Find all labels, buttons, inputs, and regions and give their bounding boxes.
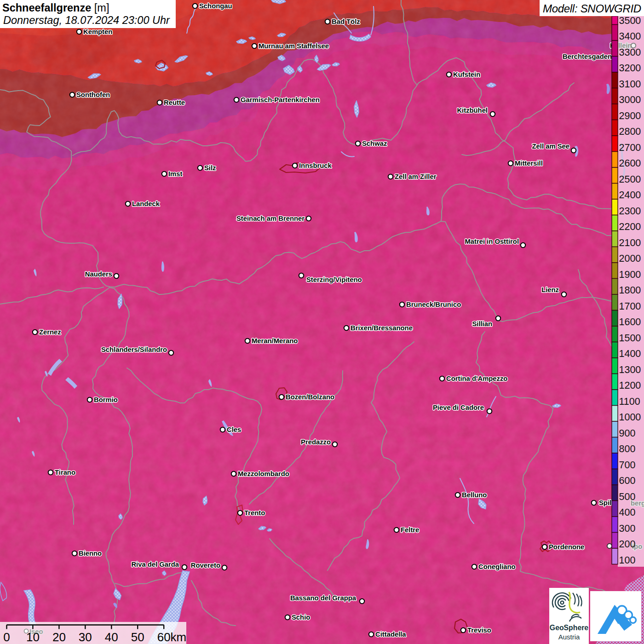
svg-text:1500: 1500	[619, 333, 641, 344]
svg-text:Matrei in Osttirol: Matrei in Osttirol	[465, 238, 519, 245]
svg-text:Reutte: Reutte	[164, 99, 185, 106]
svg-text:Modell: SNOWGRID: Modell: SNOWGRID	[543, 2, 641, 15]
svg-text:Donnerstag, 18.07.2024 23:00 U: Donnerstag, 18.07.2024 23:00 Uhr	[3, 14, 170, 26]
svg-text:Schongau: Schongau	[199, 2, 232, 10]
svg-text:2900: 2900	[619, 110, 641, 121]
svg-text:2600: 2600	[619, 158, 641, 169]
svg-text:300: 300	[619, 523, 636, 534]
svg-text:Bozen/Bolzano: Bozen/Bolzano	[286, 393, 334, 401]
svg-text:100: 100	[619, 555, 636, 566]
svg-text:Austria: Austria	[558, 633, 580, 641]
svg-text:3100: 3100	[619, 79, 641, 90]
svg-text:Zell am See: Zell am See	[532, 143, 569, 150]
svg-text:Bormio: Bormio	[94, 396, 118, 403]
svg-text:1600: 1600	[619, 316, 641, 328]
svg-text:50: 50	[131, 630, 144, 644]
svg-text:40: 40	[105, 630, 118, 644]
svg-text:3000: 3000	[619, 94, 641, 105]
svg-text:200: 200	[619, 539, 636, 550]
svg-text:Cittadella: Cittadella	[375, 631, 406, 638]
svg-text:1000: 1000	[619, 412, 641, 423]
svg-text:10: 10	[26, 630, 40, 644]
svg-text:Sterzing/Vipiteno: Sterzing/Vipiteno	[306, 276, 362, 283]
svg-text:3500: 3500	[619, 15, 641, 26]
svg-text:Mittersill: Mittersill	[515, 160, 543, 167]
svg-text:1200: 1200	[619, 380, 641, 391]
svg-text:1100: 1100	[619, 396, 640, 407]
svg-text:Innsbruck: Innsbruck	[299, 162, 332, 169]
svg-text:Feltre: Feltre	[401, 526, 419, 534]
svg-text:Berchtesgaden: Berchtesgaden	[563, 53, 612, 60]
svg-text:Sonthofen: Sonthofen	[76, 91, 110, 98]
svg-text:Kitzbühel: Kitzbühel	[457, 107, 488, 114]
svg-text:Trento: Trento	[244, 509, 265, 517]
svg-text:Kufstein: Kufstein	[453, 71, 480, 78]
svg-text:Steinach am Brenner: Steinach am Brenner	[236, 215, 305, 222]
svg-text:Schwaz: Schwaz	[362, 140, 387, 147]
svg-text:3400: 3400	[619, 31, 641, 42]
svg-text:700: 700	[619, 460, 636, 471]
svg-text:2300: 2300	[619, 206, 641, 217]
svg-text:3300: 3300	[619, 47, 641, 58]
svg-text:1300: 1300	[619, 364, 641, 375]
svg-text:Sillian: Sillian	[472, 320, 492, 328]
svg-text:2500: 2500	[619, 174, 641, 185]
svg-text:Murnau am Staffelsee: Murnau am Staffelsee	[259, 42, 329, 50]
svg-text:500: 500	[619, 491, 636, 502]
svg-text:Meran/Merano: Meran/Merano	[252, 337, 298, 345]
svg-text:900: 900	[619, 428, 636, 439]
svg-text:Kempten: Kempten	[83, 28, 112, 35]
svg-text:Conegliano: Conegliano	[478, 563, 516, 570]
svg-text:2100: 2100	[619, 237, 641, 248]
svg-text:Cles: Cles	[227, 426, 241, 433]
svg-text:Imst: Imst	[168, 170, 182, 178]
svg-text:Bruneck/Brunico: Bruneck/Brunico	[406, 301, 461, 308]
svg-text:3200: 3200	[619, 63, 641, 74]
svg-text:400: 400	[619, 507, 636, 518]
svg-text:Schio: Schio	[292, 614, 310, 621]
svg-text:1400: 1400	[619, 348, 641, 359]
svg-text:Treviso: Treviso	[467, 627, 491, 634]
svg-text:1900: 1900	[619, 269, 641, 280]
svg-text:Tirano: Tirano	[55, 469, 75, 476]
svg-text:Bienno: Bienno	[79, 550, 102, 557]
svg-text:60km: 60km	[157, 630, 187, 644]
svg-text:Belluno: Belluno	[462, 491, 487, 499]
svg-text:Mezzolombardo: Mezzolombardo	[238, 470, 289, 477]
svg-text:2700: 2700	[619, 142, 641, 153]
svg-text:Zell am Ziller: Zell am Ziller	[395, 173, 437, 180]
svg-text:20: 20	[52, 630, 66, 644]
svg-text:30: 30	[79, 630, 92, 644]
svg-text:800: 800	[619, 443, 636, 454]
svg-text:2000: 2000	[619, 253, 641, 264]
svg-text:Rovereto: Rovereto	[191, 562, 220, 569]
svg-text:Garmisch-Partenkirchen: Garmisch-Partenkirchen	[241, 96, 320, 104]
svg-text:Bassano del Grappa: Bassano del Grappa	[290, 594, 356, 602]
svg-text:600: 600	[619, 475, 636, 486]
svg-text:Landeck: Landeck	[132, 200, 160, 207]
svg-text:Bad Tölz: Bad Tölz	[332, 18, 360, 25]
svg-text:GeoSphere: GeoSphere	[550, 624, 588, 632]
svg-text:Pordenone: Pordenone	[549, 543, 584, 551]
svg-text:2200: 2200	[619, 221, 641, 232]
svg-text:0: 0	[3, 630, 10, 644]
svg-text:Predazzo: Predazzo	[301, 438, 331, 446]
svg-text:2400: 2400	[619, 190, 641, 201]
svg-text:Pieve di Cadore: Pieve di Cadore	[433, 404, 484, 411]
svg-text:Brixen/Bressanone: Brixen/Bressanone	[351, 324, 413, 332]
svg-text:Schlanders/Silandro: Schlanders/Silandro	[101, 346, 167, 353]
svg-text:Silz: Silz	[204, 164, 216, 172]
svg-text:Nauders: Nauders	[85, 270, 112, 278]
svg-text:Schneefallgrenze [m]: Schneefallgrenze [m]	[2, 2, 109, 14]
svg-text:Lienz: Lienz	[541, 286, 559, 293]
svg-text:Riva del Garda: Riva del Garda	[131, 561, 179, 568]
svg-text:1700: 1700	[619, 301, 641, 312]
svg-text:Cortina d'Ampezzo: Cortina d'Ampezzo	[446, 375, 507, 382]
svg-text:Zernez: Zernez	[39, 328, 61, 336]
svg-text:1800: 1800	[619, 285, 641, 296]
svg-text:2800: 2800	[619, 126, 641, 137]
